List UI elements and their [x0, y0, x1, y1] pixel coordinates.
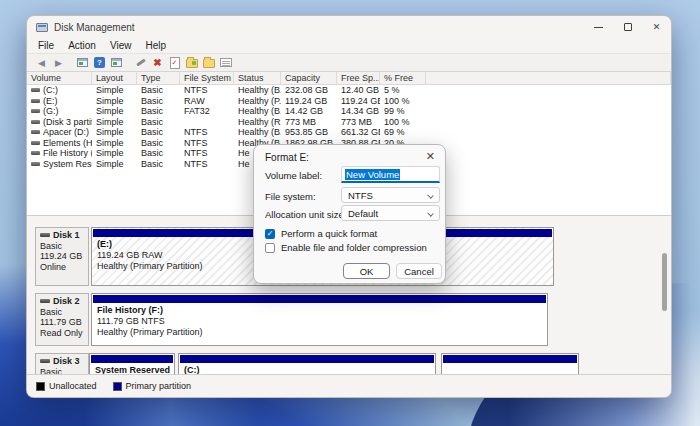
delete-volume-icon[interactable]: ✖	[150, 55, 165, 70]
minimize-button[interactable]	[584, 16, 613, 38]
allocation-unit-value: Default	[348, 208, 378, 219]
close-button[interactable]: ✕	[642, 16, 671, 38]
column-capacity[interactable]: Capacity	[281, 72, 337, 84]
forward-glyph: ▶	[55, 58, 62, 68]
volume-table-header: Volume Layout Type File System Status Ca…	[27, 72, 671, 85]
volume-label-label: Volume label:	[265, 170, 322, 181]
console-window-icon[interactable]	[75, 55, 90, 70]
column-status[interactable]: Status	[234, 72, 281, 84]
primary-partition-bar	[91, 355, 173, 363]
wrench-icon[interactable]	[133, 55, 148, 70]
file-system-select[interactable]: NTFS	[341, 187, 440, 203]
back-glyph: ◀	[38, 58, 45, 68]
window-controls: ✕	[584, 16, 671, 38]
cancel-button[interactable]: Cancel	[396, 263, 442, 279]
compression-label: Enable file and folder compression	[281, 242, 427, 253]
doc-glyph: ✓	[170, 57, 180, 69]
cell-type: Basic	[137, 117, 180, 127]
volume-icon	[31, 109, 40, 113]
delete-glyph: ✖	[153, 57, 161, 68]
column-volume[interactable]: Volume	[27, 72, 92, 84]
folder-glyph	[186, 59, 198, 68]
properties-icon[interactable]	[218, 55, 233, 70]
partition-file-history-f[interactable]: File History (F:) 111.79 GB NTFS Healthy…	[91, 293, 548, 346]
file-system-label: File system:	[265, 191, 316, 202]
disk-name: Disk 3	[53, 356, 80, 367]
checkbox-checked-icon: ✓	[265, 229, 275, 239]
wrench-glyph	[136, 58, 146, 66]
cell-status: Healthy (B...	[234, 106, 281, 116]
cell-capacity: 953.85 GB	[281, 127, 337, 137]
column-file-system[interactable]: File System	[180, 72, 234, 84]
cell-free: 14.34 GB	[337, 106, 380, 116]
disk-management-icon	[36, 23, 48, 32]
quick-format-checkbox[interactable]: ✓ Perform a quick format	[265, 228, 377, 239]
back-arrow-icon[interactable]: ◀	[34, 55, 49, 70]
check-document-icon[interactable]: ✓	[167, 55, 182, 70]
volume-row-e[interactable]: (E:) Simple Basic RAW Healthy (P... 119.…	[27, 96, 671, 107]
open-folder-icon[interactable]	[201, 55, 216, 70]
cell-fs: NTFS	[180, 138, 234, 148]
dialog-close-icon[interactable]: ✕	[426, 150, 435, 163]
cell-layout: Simple	[92, 127, 137, 137]
cell-layout: Simple	[92, 138, 137, 148]
disk2-label[interactable]: Disk 2 Basic 111.79 GB Read Only	[35, 293, 89, 346]
disk1-label[interactable]: Disk 1 Basic 119.24 GB Online	[35, 227, 89, 286]
volume-row-apacer-d[interactable]: Apacer (D:) Simple Basic NTFS Healthy (B…	[27, 127, 671, 138]
legend-label: Primary partition	[126, 381, 192, 391]
cell-type: Basic	[137, 138, 180, 148]
ok-button[interactable]: OK	[343, 263, 390, 279]
volume-icon	[31, 130, 40, 134]
new-folder-icon[interactable]	[184, 55, 199, 70]
cell-fs: NTFS	[180, 148, 234, 158]
cell-capacity: 14.42 GB	[281, 106, 337, 116]
menu-help[interactable]: Help	[138, 40, 173, 51]
close-icon: ✕	[653, 23, 661, 32]
cell-pct: 69 %	[380, 127, 426, 137]
disk-icon	[40, 299, 50, 303]
cell-layout: Simple	[92, 148, 137, 158]
disk-icon	[40, 233, 50, 237]
cell-free: 12.40 GB	[337, 85, 380, 95]
primary-partition-bar	[443, 355, 577, 363]
volume-icon	[31, 120, 40, 124]
menu-action[interactable]: Action	[61, 40, 103, 51]
menu-file[interactable]: File	[31, 40, 61, 51]
allocation-unit-label: Allocation unit size:	[265, 209, 346, 220]
disk-size: 119.24 GB	[40, 251, 88, 262]
volume-row-disk3-partition3[interactable]: (Disk 3 partition 3) Simple Basic Health…	[27, 117, 671, 128]
cell-volume: (Disk 3 partition 3)	[27, 117, 92, 127]
column-layout[interactable]: Layout	[92, 72, 137, 84]
legend-label: Unallocated	[49, 381, 97, 391]
cell-capacity: 232.08 GB	[281, 85, 337, 95]
disk-status: Online	[40, 262, 88, 273]
legend-primary-partition: Primary partition	[113, 381, 192, 391]
disk-management-window: Disk Management ✕ File Action View Help …	[26, 15, 672, 398]
column-pct-free[interactable]: % Free	[380, 72, 426, 84]
column-type[interactable]: Type	[137, 72, 180, 84]
allocation-unit-select[interactable]: Default	[341, 205, 440, 221]
cell-fs: RAW	[180, 96, 234, 106]
cell-status: Healthy (B...	[234, 85, 281, 95]
menu-view[interactable]: View	[103, 40, 139, 51]
titlebar[interactable]: Disk Management ✕	[27, 16, 671, 38]
volume-row-c[interactable]: (C:) Simple Basic NTFS Healthy (B... 232…	[27, 85, 671, 96]
cell-volume: (G:)	[27, 106, 92, 116]
forward-arrow-icon[interactable]: ▶	[51, 55, 66, 70]
disk-type: Basic	[40, 307, 88, 318]
vertical-scrollbar-thumb[interactable]	[662, 253, 667, 311]
cell-type: Basic	[137, 96, 180, 106]
column-free-space[interactable]: Free Sp...	[337, 72, 380, 84]
cell-pct: 5 %	[380, 85, 426, 95]
compression-checkbox[interactable]: Enable file and folder compression	[265, 242, 427, 253]
disk-type: Basic	[40, 241, 88, 252]
cell-capacity: 119.24 GB	[281, 96, 337, 106]
disk-name: Disk 2	[53, 296, 80, 307]
console-tree-icon[interactable]	[109, 55, 124, 70]
volume-label-input[interactable]: New Volume	[341, 166, 440, 183]
cell-layout: Simple	[92, 159, 137, 169]
cell-fs: NTFS	[180, 85, 234, 95]
help-icon[interactable]: ?	[92, 55, 107, 70]
volume-row-g[interactable]: (G:) Simple Basic FAT32 Healthy (B... 14…	[27, 106, 671, 117]
maximize-button[interactable]	[613, 16, 642, 38]
